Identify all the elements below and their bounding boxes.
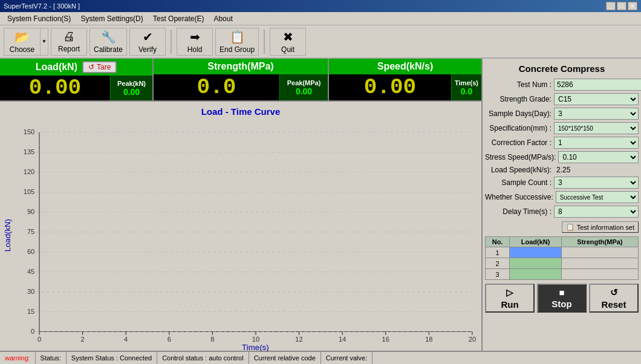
sample-count-select[interactable]: 369 xyxy=(554,177,639,189)
successive-select[interactable]: Successive TestSingle Test xyxy=(556,191,639,203)
strength-grade-select[interactable]: C15C20C25C30 xyxy=(554,93,639,105)
end-group-icon: 📋 xyxy=(230,30,245,44)
speed-time-sub: Time(s) 0.0 xyxy=(451,74,481,100)
quit-button[interactable]: ✖ Quit xyxy=(270,28,306,56)
stop-icon: ■ xyxy=(559,287,564,297)
report-button[interactable]: 🖨 Report xyxy=(51,28,87,56)
load-value-display: 0.00 xyxy=(0,76,110,100)
specification-label: Specification(mm) : xyxy=(485,124,552,132)
menu-system-settings[interactable]: System Settings(D) xyxy=(76,13,148,24)
svg-text:0: 0 xyxy=(31,328,34,335)
strength-peak-value: 0.00 xyxy=(296,86,312,96)
svg-text:75: 75 xyxy=(27,228,34,235)
strength-title: Strength(MPa) xyxy=(207,61,273,72)
strength-peak-label: Peak(MPa) xyxy=(287,79,321,86)
svg-text:6: 6 xyxy=(168,336,171,343)
maximize-button[interactable]: □ xyxy=(617,2,626,10)
close-button[interactable]: ✕ xyxy=(628,2,637,10)
svg-text:0: 0 xyxy=(37,336,41,343)
run-icon: ▷ xyxy=(506,287,513,298)
toolbar-divider-2 xyxy=(264,30,265,54)
correction-label: Correction Factor : xyxy=(485,138,552,147)
end-group-button[interactable]: 📋 End Group xyxy=(215,28,259,56)
row1-load xyxy=(510,247,562,258)
col-header-no: No. xyxy=(486,237,510,247)
svg-text:12: 12 xyxy=(295,336,302,343)
reset-icon: ↺ xyxy=(610,287,618,298)
svg-text:8: 8 xyxy=(210,336,214,343)
hold-label: Hold xyxy=(187,45,203,54)
calibrate-button[interactable]: 🔧 Calibrate xyxy=(89,28,127,56)
reset-label: Reset xyxy=(602,299,626,310)
load-block: Load(kN) ↺ Tare 0.00 Peak(kN) 0.00 xyxy=(0,59,154,100)
right-panel-title: Concrete Compress xyxy=(485,61,639,76)
info-set-icon: 📋 xyxy=(566,223,574,231)
correction-select[interactable]: 10.950.90 xyxy=(554,137,639,149)
load-speed-value: 2.25 xyxy=(554,166,639,174)
end-group-label: End Group xyxy=(220,45,255,54)
svg-text:30: 30 xyxy=(27,288,34,295)
row2-load xyxy=(510,258,562,269)
verify-label: Verify xyxy=(138,45,157,54)
data-table: No. Load(kN) Strength(MPa) 1 2 3 xyxy=(485,236,639,280)
svg-text:20: 20 xyxy=(469,336,476,343)
run-label: Run xyxy=(501,299,518,310)
sample-count-label: Sample Count : xyxy=(485,178,552,187)
reset-button[interactable]: ↺ Reset xyxy=(589,284,639,313)
left-panel: Load(kN) ↺ Tare 0.00 Peak(kN) 0.00 xyxy=(0,59,483,351)
row3-no: 3 xyxy=(486,269,510,280)
load-peak-sub: Peak(kN) 0.00 xyxy=(110,76,152,100)
calibrate-label: Calibrate xyxy=(94,45,123,54)
choose-dropdown-arrow[interactable]: ▼ xyxy=(40,28,48,56)
form-row-correction: Correction Factor : 10.950.90 xyxy=(485,137,639,149)
chart-svg: Load(kN) 0 15 30 45 60 xyxy=(2,119,479,351)
choose-button[interactable]: 📂 Choose xyxy=(4,28,40,56)
sample-days-label: Sample Days(Day): xyxy=(485,109,552,118)
calibrate-icon: 🔧 xyxy=(101,30,116,44)
app-title: SuperTestV7.2 - [ 300kN ] xyxy=(4,2,80,10)
hold-button[interactable]: ➡ Hold xyxy=(177,28,213,56)
tare-icon: ↺ xyxy=(88,63,94,71)
table-row: 2 xyxy=(486,258,639,269)
svg-text:15: 15 xyxy=(27,308,34,315)
form-row-strength-grade: Strength Grade: C15C20C25C30 xyxy=(485,93,639,105)
stress-speed-select[interactable]: 0.100.200.300.50 xyxy=(558,151,639,163)
col-header-load: Load(kN) xyxy=(510,237,562,247)
test-num-input[interactable] xyxy=(554,79,641,91)
menu-system-function[interactable]: System Function(S) xyxy=(2,13,76,24)
form-row-stress-speed: Stress Speed(MPa/s): 0.100.200.300.50 xyxy=(485,151,639,163)
tare-button[interactable]: ↺ Tare xyxy=(82,61,117,73)
speed-inner: 0.00 Time(s) 0.0 xyxy=(329,74,481,100)
stop-button[interactable]: ■ Stop xyxy=(537,284,587,313)
test-num-label: Test Num : xyxy=(485,80,552,89)
row1-strength xyxy=(561,247,638,258)
svg-text:120: 120 xyxy=(24,168,35,175)
speed-value-display: 0.00 xyxy=(329,74,451,100)
tare-label: Tare xyxy=(97,63,111,71)
specification-select[interactable]: 150*150*150100*100*100200*200*200 xyxy=(554,122,639,134)
minimize-button[interactable]: _ xyxy=(606,2,616,10)
choose-icon: 📂 xyxy=(15,30,30,44)
menu-about[interactable]: About xyxy=(209,13,237,24)
run-button[interactable]: ▷ Run xyxy=(485,284,535,313)
form-row-specification: Specification(mm) : 150*150*150100*100*1… xyxy=(485,122,639,134)
bottom-buttons: ▷ Run ■ Stop ↺ Reset xyxy=(485,284,639,313)
menu-test-operate[interactable]: Test Operate(E) xyxy=(148,13,209,24)
delay-select[interactable]: 851015 xyxy=(554,206,639,218)
strength-peak-sub: Peak(MPa) 0.00 xyxy=(279,74,328,100)
verify-button[interactable]: ✔ Verify xyxy=(129,28,166,56)
stress-speed-label: Stress Speed(MPa/s): xyxy=(485,153,556,161)
svg-text:Time(s): Time(s) xyxy=(242,343,269,351)
table-row: 3 xyxy=(486,269,639,280)
load-peak-value: 0.00 xyxy=(123,87,140,97)
info-set-label: Test information set xyxy=(577,224,634,231)
choose-label: Choose xyxy=(10,45,34,54)
time-value: 0.0 xyxy=(461,86,472,96)
row1-no: 1 xyxy=(486,247,510,258)
info-set-button[interactable]: 📋 Test information set xyxy=(562,221,639,233)
svg-text:14: 14 xyxy=(339,336,346,343)
sample-days-select[interactable]: 371428 xyxy=(554,108,639,120)
load-header: Load(kN) ↺ Tare xyxy=(0,59,152,76)
form-row-sample-count: Sample Count : 369 xyxy=(485,177,639,189)
chart-area: Load - Time Curve Load(kN) 0 15 30 xyxy=(0,102,481,358)
